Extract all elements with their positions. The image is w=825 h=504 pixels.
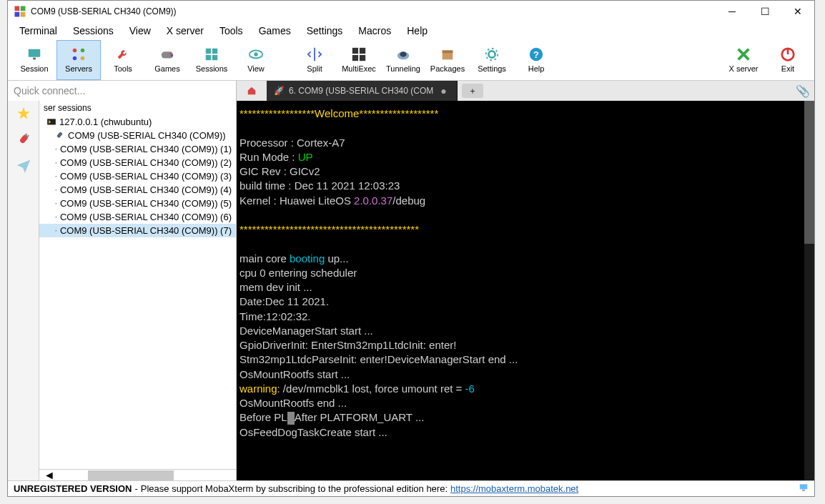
svg-rect-39 [55, 162, 56, 163]
quickconnect-input[interactable]: Quick connect... [8, 81, 237, 101]
scrollbar-thumb[interactable] [88, 470, 174, 480]
svg-rect-21 [352, 55, 358, 61]
toolbar-games[interactable]: Games [145, 40, 189, 80]
plug-icon[interactable] [9, 125, 37, 153]
svg-rect-41 [55, 189, 56, 190]
subscribe-link[interactable]: https://mobaxterm.mobatek.net [450, 483, 578, 494]
eye-icon [248, 46, 264, 62]
svg-rect-33 [19, 134, 29, 144]
toolbar-help[interactable]: ?Help [514, 40, 558, 80]
paperclip-icon[interactable]: 📎 [796, 84, 810, 98]
scrollbar-thumb[interactable] [804, 101, 814, 244]
sidebar-item-serial[interactable]: COM9 (USB-SERIAL CH340 (COM9)) (7) [39, 224, 236, 237]
monitor-status-icon[interactable] [799, 483, 809, 495]
toolbar-session[interactable]: Session [12, 40, 56, 80]
session-sidebar: ser sessions 127.0.0.1 (chwubuntu) COM9 … [39, 101, 237, 480]
menu-help[interactable]: Help [400, 24, 435, 38]
tab-add-button[interactable]: ＋ [462, 84, 483, 98]
tab-close-icon[interactable]: ● [438, 85, 449, 97]
menu-tools[interactable]: Tools [212, 24, 250, 38]
tab-row: Quick connect... 🚀 6. COM9 (USB-SERIAL C… [8, 81, 814, 101]
terminal-grid-icon [351, 46, 367, 62]
svg-rect-44 [55, 229, 56, 231]
gear-icon [484, 46, 500, 62]
sidebar-ssh-item[interactable]: 127.0.0.1 (chwubuntu) [39, 115, 236, 129]
grid-icon [204, 46, 219, 62]
tab-active[interactable]: 🚀 6. COM9 (USB-SERIAL CH340 (COM ● [267, 81, 458, 101]
terminal[interactable]: ******************Welcome***************… [237, 101, 814, 480]
maximize-button[interactable]: ☐ [749, 1, 781, 22]
sidebar-item-serial[interactable]: COM9 (USB-SERIAL CH340 (COM9)) (4) [39, 183, 236, 197]
svg-rect-1 [21, 6, 26, 11]
toolbar-sessions[interactable]: Sessions [189, 40, 234, 80]
dots-icon [71, 46, 87, 62]
svg-rect-0 [15, 6, 20, 11]
svg-rect-43 [55, 216, 56, 217]
rocket-icon: 🚀 [274, 86, 285, 96]
svg-rect-4 [29, 49, 41, 57]
svg-rect-37 [56, 132, 63, 138]
svg-rect-15 [206, 55, 211, 60]
toolbar-packages[interactable]: Packages [425, 40, 470, 80]
svg-rect-2 [15, 12, 20, 17]
svg-point-7 [81, 49, 85, 53]
svg-point-6 [73, 49, 77, 53]
paperplane-icon[interactable] [14, 155, 34, 175]
sidebar-item-serial[interactable]: COM9 (USB-SERIAL CH340 (COM9)) [39, 129, 236, 142]
svg-point-27 [488, 51, 495, 57]
menu-sessions[interactable]: Sessions [66, 24, 121, 38]
terminal-vscrollbar[interactable] [804, 101, 814, 480]
toolbar-view[interactable]: View [234, 40, 278, 80]
monitor-icon [26, 46, 42, 62]
sidebar-hscrollbar[interactable]: ◄ [39, 469, 236, 480]
gamepad-icon [159, 46, 175, 62]
star-icon[interactable] [14, 104, 34, 124]
app-icon [14, 5, 26, 18]
svg-point-11 [169, 53, 172, 55]
sidebar-item-serial[interactable]: COM9 (USB-SERIAL CH340 (COM9)) (6) [39, 210, 236, 224]
svg-text:?: ? [533, 49, 539, 60]
toolbar-settings[interactable]: Settings [470, 40, 514, 80]
main-row: ser sessions 127.0.0.1 (chwubuntu) COM9 … [8, 101, 814, 480]
menu-view[interactable]: View [122, 24, 158, 38]
statusbar: UNREGISTERED VERSION - Please support Mo… [8, 480, 814, 496]
svg-rect-13 [206, 49, 211, 54]
package-icon [440, 46, 455, 62]
left-tool-column [8, 101, 39, 480]
svg-point-24 [400, 51, 406, 56]
svg-rect-3 [21, 12, 26, 17]
menu-games[interactable]: Games [252, 24, 298, 38]
titlebar: COM9 (USB-SERIAL CH340 (COM9)) ─ ☐ ✕ [8, 1, 814, 22]
minimize-button[interactable]: ─ [716, 1, 749, 22]
svg-rect-22 [360, 55, 365, 61]
menu-settings[interactable]: Settings [300, 24, 350, 38]
sidebar-item-serial[interactable]: COM9 (USB-SERIAL CH340 (COM9)) (3) [39, 169, 236, 183]
menu-macros[interactable]: Macros [351, 24, 398, 38]
close-button[interactable]: ✕ [781, 1, 814, 22]
svg-rect-36 [47, 119, 56, 124]
unregistered-label: UNREGISTERED VERSION [14, 483, 132, 494]
toolbar-xserver[interactable]: X server [721, 40, 766, 80]
svg-rect-5 [33, 58, 36, 60]
tab-home[interactable] [237, 81, 267, 101]
svg-rect-20 [360, 48, 365, 54]
svg-rect-19 [352, 48, 358, 54]
toolbar-split[interactable]: Split [292, 40, 337, 80]
toolbar-servers[interactable]: Servers [56, 40, 101, 80]
svg-point-18 [254, 52, 258, 56]
toolbar-tools[interactable]: Tools [101, 40, 145, 80]
menu-xserver[interactable]: X server [159, 24, 211, 38]
tunnel-icon [395, 46, 411, 62]
svg-point-8 [73, 56, 77, 61]
svg-rect-26 [443, 51, 453, 54]
toolbar-multiexec[interactable]: MultiExec [337, 40, 381, 80]
menu-terminal[interactable]: Terminal [12, 24, 64, 38]
toolbar: Session Servers Tools Games Sessions Vie… [8, 39, 814, 81]
sidebar-item-serial[interactable]: COM9 (USB-SERIAL CH340 (COM9)) (2) [39, 156, 236, 169]
terminal-cursor [287, 412, 295, 425]
toolbar-tunneling[interactable]: Tunneling [381, 40, 425, 80]
tab-label: 6. COM9 (USB-SERIAL CH340 (COM [289, 86, 433, 96]
sidebar-item-serial[interactable]: COM9 (USB-SERIAL CH340 (COM9)) (1) [39, 142, 236, 156]
sidebar-item-serial[interactable]: COM9 (USB-SERIAL CH340 (COM9)) (5) [39, 197, 236, 210]
toolbar-exit[interactable]: Exit [766, 40, 810, 80]
